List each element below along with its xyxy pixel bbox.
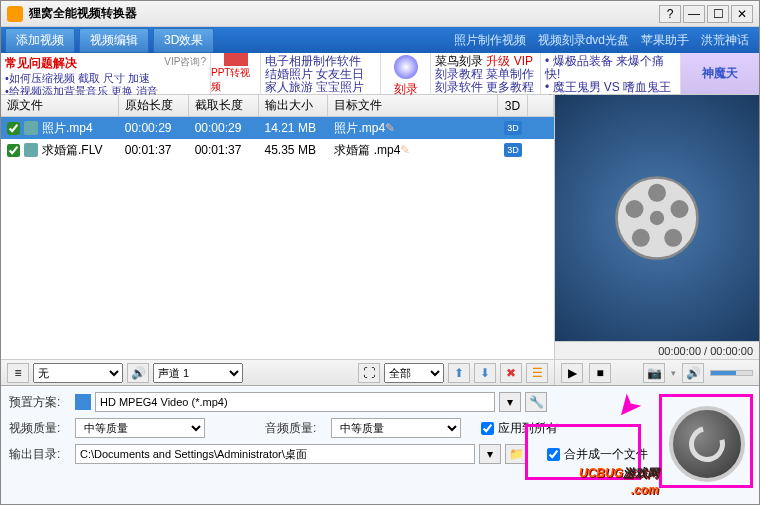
toolbar-link-3[interactable]: 洪荒神话 xyxy=(701,32,749,49)
toolbar-link-1[interactable]: 视频刻录dvd光盘 xyxy=(538,32,629,49)
output-dir-input[interactable] xyxy=(75,444,475,464)
minimize-button[interactable]: — xyxy=(683,5,705,23)
toolbar-link-2[interactable]: 苹果助手 xyxy=(641,32,689,49)
faq-title: 常见问题解决 xyxy=(5,55,77,72)
badge-3d-icon[interactable]: 3D xyxy=(504,121,522,135)
ad-faq[interactable]: 常见问题解决VIP咨询? •如何压缩视频 截取 尺寸 加速 •给视频添加背景音乐… xyxy=(1,53,211,94)
video-file-icon xyxy=(24,143,38,157)
convert-button[interactable] xyxy=(669,406,745,482)
video-quality-select[interactable]: 中等质量 xyxy=(75,418,205,438)
aquality-label: 音频质量: xyxy=(265,420,331,437)
list-menu-button[interactable]: ☰ xyxy=(526,363,548,383)
file-list-body[interactable]: 照片.mp4 00:00:29 00:00:29 14.21 MB 照片.mp4… xyxy=(1,117,554,359)
ad-album[interactable]: 电子相册制作软件 结婚照片 女友生日 家人旅游 宝宝照片 xyxy=(261,53,381,94)
faq-line1: •如何压缩视频 截取 尺寸 加速 xyxy=(5,72,206,85)
col-target[interactable]: 目标文件 xyxy=(328,95,498,116)
mid-area: 源文件 原始长度 截取长度 输出大小 目标文件 3D 照片.mp4 00:00:… xyxy=(1,95,759,385)
app-logo-icon xyxy=(7,6,23,22)
preset-input[interactable] xyxy=(95,392,495,412)
preset-settings-button[interactable]: 🔧 xyxy=(525,392,547,412)
file-list-header: 源文件 原始长度 截取长度 输出大小 目标文件 3D xyxy=(1,95,554,117)
svg-point-1 xyxy=(650,211,664,225)
output-dir-dropdown[interactable]: ▾ xyxy=(479,444,501,464)
ppt-label: PPT转视频 xyxy=(211,66,260,94)
row-name: 求婚篇.FLV xyxy=(42,142,102,159)
mute-button[interactable]: 🔊 xyxy=(682,363,704,383)
apply-all-checkbox[interactable]: 应用到所有 xyxy=(481,420,558,437)
file-list-pane: 源文件 原始长度 截取长度 输出大小 目标文件 3D 照片.mp4 00:00:… xyxy=(1,95,555,385)
audio-track-select[interactable]: 声道 1 xyxy=(153,363,243,383)
maximize-button[interactable]: ☐ xyxy=(707,5,729,23)
open-folder-button[interactable]: 📁 xyxy=(505,444,527,464)
play-button[interactable]: ▶ xyxy=(561,363,583,383)
row-target: 求婚篇 .mp4 xyxy=(334,142,400,159)
ad-ppt[interactable]: PPT转视频 xyxy=(211,53,261,94)
subtitle-select[interactable]: 无 xyxy=(33,363,123,383)
help-button[interactable]: ? xyxy=(659,5,681,23)
preset-label: 预置方案: xyxy=(9,394,75,411)
ad-burn[interactable]: 菜鸟刻录 升级 VIP 刻录教程 菜单制作 刻录软件 更多教程 xyxy=(431,53,541,94)
remove-button[interactable]: ✖ xyxy=(500,363,522,383)
row-cut: 00:00:29 xyxy=(189,121,259,135)
col-source[interactable]: 源文件 xyxy=(1,95,119,116)
col-3d[interactable]: 3D xyxy=(498,95,528,116)
disc-icon xyxy=(394,55,418,79)
svg-point-5 xyxy=(632,229,650,247)
row-target: 照片.mp4 xyxy=(334,120,385,137)
row-size: 45.35 MB xyxy=(259,143,329,157)
album-l3: 家人旅游 宝宝照片 xyxy=(265,81,376,94)
ad-banner[interactable]: 神魔天 xyxy=(681,53,759,94)
move-down-button[interactable]: ⬇ xyxy=(474,363,496,383)
col-out-size[interactable]: 输出大小 xyxy=(259,95,329,116)
add-video-button[interactable]: 添加视频 xyxy=(5,28,75,53)
watermark: UCBUG游戏网.com xyxy=(579,457,659,497)
move-up-button[interactable]: ⬆ xyxy=(448,363,470,383)
titlebar: 狸窝全能视频转换器 ? — ☐ ✕ xyxy=(1,1,759,27)
toolbar-link-0[interactable]: 照片制作视频 xyxy=(454,32,526,49)
vquality-label: 视频质量: xyxy=(9,420,75,437)
audio-quality-select[interactable]: 中等质量 xyxy=(331,418,461,438)
list-footer-toolbar: ≡ 无 🔊 声道 1 ⛶ 全部 ⬆ ⬇ ✖ ☰ xyxy=(1,359,554,385)
preview-pane: 00:00:00 / 00:00:00 ▶ ■ 📷 ▾ 🔊 xyxy=(555,95,759,385)
video-file-icon xyxy=(24,121,38,135)
filter-select[interactable]: 全部 xyxy=(384,363,444,383)
volume-slider[interactable] xyxy=(710,370,753,376)
row-checkbox[interactable] xyxy=(7,122,20,135)
outdir-label: 输出目录: xyxy=(9,446,75,463)
svg-point-3 xyxy=(671,200,689,218)
row-checkbox[interactable] xyxy=(7,144,20,157)
subtitle-icon[interactable]: ≡ xyxy=(7,363,29,383)
svg-point-2 xyxy=(648,184,666,202)
ad-game[interactable]: • 爆极品装备 来爆个痛快! • 魔王鬼男 VS 嗜血鬼王女仆 • 客服QQ空间… xyxy=(541,53,681,94)
rename-icon[interactable]: ✎ xyxy=(385,121,399,135)
preset-icon xyxy=(75,394,91,410)
snapshot-button[interactable]: 📷 xyxy=(643,363,665,383)
badge-3d-icon[interactable]: 3D xyxy=(504,143,522,157)
preset-dropdown-button[interactable]: ▾ xyxy=(499,392,521,412)
row-name: 照片.mp4 xyxy=(42,120,93,137)
film-reel-icon xyxy=(612,173,702,263)
col-cut-len[interactable]: 截取长度 xyxy=(189,95,259,116)
svg-point-6 xyxy=(626,200,644,218)
col-edit xyxy=(528,95,554,116)
ad-dvd[interactable]: 刻录DVD xyxy=(381,53,431,94)
svg-point-4 xyxy=(664,229,682,247)
col-orig-len[interactable]: 原始长度 xyxy=(119,95,189,116)
rename-icon[interactable]: ✎ xyxy=(400,143,414,157)
effect-3d-button[interactable]: 3D效果 xyxy=(153,28,214,53)
row-orig: 00:00:29 xyxy=(119,121,189,135)
table-row[interactable]: 求婚篇.FLV 00:01:37 00:01:37 45.35 MB 求婚篇 .… xyxy=(1,139,554,161)
row-cut: 00:01:37 xyxy=(189,143,259,157)
ppt-icon xyxy=(224,53,248,66)
stop-button[interactable]: ■ xyxy=(589,363,611,383)
filter-icon[interactable]: ⛶ xyxy=(358,363,380,383)
preview-controls: ▶ ■ 📷 ▾ 🔊 xyxy=(555,359,759,385)
table-row[interactable]: 照片.mp4 00:00:29 00:00:29 14.21 MB 照片.mp4… xyxy=(1,117,554,139)
volume-icon[interactable]: 🔊 xyxy=(127,363,149,383)
video-edit-button[interactable]: 视频编辑 xyxy=(79,28,149,53)
preview-time: 00:00:00 / 00:00:00 xyxy=(555,341,759,359)
close-button[interactable]: ✕ xyxy=(731,5,753,23)
row-orig: 00:01:37 xyxy=(119,143,189,157)
video-preview[interactable] xyxy=(555,95,759,341)
main-toolbar: 添加视频 视频编辑 3D效果 照片制作视频 视频刻录dvd光盘 苹果助手 洪荒神… xyxy=(1,27,759,53)
